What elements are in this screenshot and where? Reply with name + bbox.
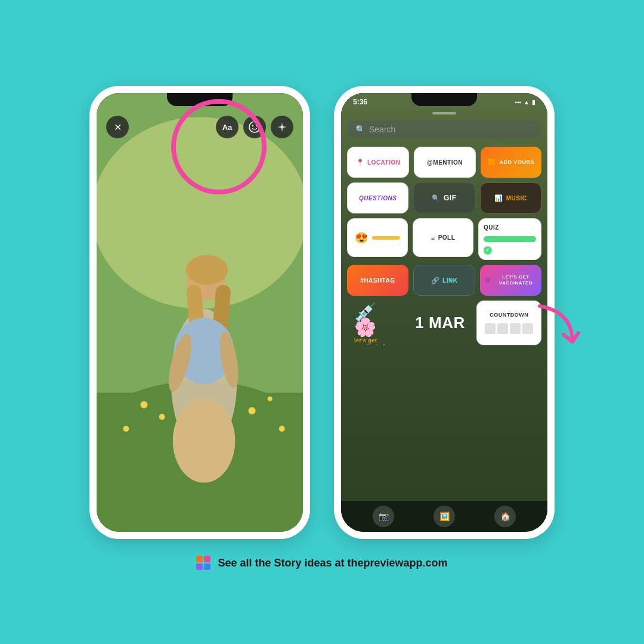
sticker-row-5: 💉 🌸 let's get vaccinated 1 MAR COUNTDOWN	[347, 301, 541, 345]
sticker-quiz[interactable]: QUIZ ✓	[478, 218, 541, 260]
svg-point-19	[249, 122, 260, 132]
poll-label: POLL	[438, 234, 456, 241]
sticker-link[interactable]: 🔗 LINK	[413, 265, 476, 296]
location-icon: 📍	[356, 159, 365, 166]
left-phone-screen: 5:36 ▪▪▪ ▲ ▮ ✕ Aa	[97, 93, 303, 532]
photo-icon[interactable]: 🖼️	[434, 506, 455, 527]
sparkle-icon	[276, 121, 288, 133]
right-notch	[411, 93, 477, 106]
svg-point-12	[173, 399, 236, 483]
countdown-bar-4	[522, 323, 533, 334]
right-wifi-icon: ▲	[524, 99, 530, 106]
vaccinated-icon: 💜	[484, 277, 491, 283]
svg-text:🌸: 🌸	[354, 317, 377, 338]
vaccinated-label: LET'S GET VACCINATED	[494, 274, 538, 286]
addyours-label: ADD YOURS	[500, 159, 534, 165]
sticker-icon	[249, 121, 261, 133]
svg-point-16	[268, 397, 273, 401]
right-status-time: 5:36	[353, 98, 367, 106]
text-button[interactable]: Aa	[216, 116, 239, 138]
svg-point-14	[159, 414, 165, 420]
quiz-label: QUIZ	[484, 224, 499, 231]
svg-point-6	[186, 255, 228, 284]
countdown-bar-2	[497, 323, 508, 334]
sticker-button[interactable]	[243, 116, 266, 138]
countdown-label: COUNTDOWN	[490, 312, 528, 318]
right-phone: 5:36 ▪▪▪ ▲ ▮ 🔍 Search	[334, 86, 555, 539]
poll-icon: ≡	[431, 234, 435, 242]
svg-point-17	[123, 426, 129, 432]
mention-label: @MENTION	[427, 159, 463, 166]
hashtag-label: #HASHTAG	[360, 277, 395, 284]
phones-container: 5:36 ▪▪▪ ▲ ▮ ✕ Aa	[89, 86, 555, 539]
letsget-svg: 💉 🌸 let's get vaccinated	[351, 301, 399, 345]
right-battery-icon: ▮	[532, 99, 535, 106]
svg-text:let's get: let's get	[354, 338, 377, 343]
stayhome-icon[interactable]: 🏠	[494, 506, 516, 527]
music-bars-icon: 📊	[494, 194, 503, 202]
sticker-emoji-slider[interactable]: 😍	[347, 218, 408, 257]
sticker-poll[interactable]: ≡ POLL	[413, 218, 473, 257]
search-icon: 🔍	[355, 125, 366, 134]
search-placeholder: Search	[369, 125, 395, 134]
sticker-mention[interactable]: @MENTION	[414, 147, 476, 178]
svg-point-18	[279, 426, 285, 432]
right-controls: Aa	[216, 116, 293, 138]
sticker-date[interactable]: 1 MAR	[408, 301, 472, 345]
svg-text:vaccinated: vaccinated	[354, 343, 385, 345]
top-controls: ✕ Aa	[97, 116, 303, 138]
quiz-check-circle: ✓	[484, 246, 492, 255]
svg-point-15	[248, 407, 255, 414]
countdown-bar-3	[510, 323, 521, 334]
footer: See all the Story ideas at thepreviewapp…	[196, 556, 447, 570]
checkmark-icon: ✓	[485, 247, 490, 253]
sticker-row-1: 📍 LOCATION @MENTION 🟧 ADD YOURS	[347, 147, 541, 178]
sticker-vaccinated[interactable]: 💜 LET'S GET VACCINATED	[480, 265, 541, 296]
meadow-svg	[97, 93, 303, 532]
close-button[interactable]: ✕	[106, 116, 129, 138]
svg-point-13	[140, 401, 147, 408]
questions-label: QUESTIONS	[359, 195, 397, 202]
svg-point-21	[256, 125, 257, 126]
quiz-check: ✓	[484, 246, 492, 255]
right-screen-content: 5:36 ▪▪▪ ▲ ▮ 🔍 Search	[341, 93, 547, 532]
footer-text: See all the Story ideas at thepreviewapp…	[218, 557, 447, 569]
sticker-row-2: QUESTIONS 🔍 GIF 📊 MUSIC	[347, 182, 541, 213]
emoji-thumb: 😍	[355, 231, 369, 244]
footer-app-icon	[196, 556, 210, 570]
link-icon: 🔗	[431, 277, 440, 284]
date-label: 1 MAR	[415, 314, 465, 332]
photo-background	[97, 93, 303, 532]
sticker-row-3: 😍 ≡ POLL QUIZ	[347, 218, 541, 260]
sticker-letsget[interactable]: 💉 🌸 let's get vaccinated	[347, 301, 404, 345]
slider-track	[372, 236, 401, 240]
notch	[167, 93, 233, 106]
right-signal-icon: ▪▪▪	[515, 99, 521, 106]
emoji-bar: 😍	[351, 231, 404, 244]
sticker-gif[interactable]: 🔍 GIF	[413, 182, 475, 213]
gif-search-icon: 🔍	[432, 194, 441, 202]
sticker-addyours[interactable]: 🟧 ADD YOURS	[481, 147, 541, 178]
search-bar[interactable]: 🔍 Search	[348, 120, 540, 138]
left-phone: 5:36 ▪▪▪ ▲ ▮ ✕ Aa	[89, 86, 310, 539]
right-phone-screen: 5:36 ▪▪▪ ▲ ▮ 🔍 Search	[341, 93, 547, 532]
sticker-hashtag[interactable]: #HASHTAG	[347, 265, 408, 296]
sticker-grid: 📍 LOCATION @MENTION 🟧 ADD YOURS	[341, 143, 547, 501]
addyours-icon: 🟧	[488, 159, 497, 166]
gif-label: GIF	[444, 194, 457, 202]
sticker-questions[interactable]: QUESTIONS	[347, 182, 408, 213]
pull-tab	[432, 112, 456, 114]
svg-point-20	[252, 125, 253, 126]
link-label: LINK	[442, 277, 457, 284]
countdown-bars	[485, 323, 533, 334]
right-status-icons: ▪▪▪ ▲ ▮	[515, 99, 535, 106]
sticker-countdown[interactable]: COUNTDOWN	[476, 301, 541, 345]
countdown-bar-1	[485, 323, 496, 334]
bottom-strip: 📷 🖼️ 🏠	[341, 501, 547, 532]
sticker-music[interactable]: 📊 MUSIC	[480, 182, 541, 213]
quiz-answer-bar	[484, 236, 536, 242]
sticker-location[interactable]: 📍 LOCATION	[347, 147, 409, 178]
sticker-row-4: #HASHTAG 🔗 LINK 💜 LET'S GET VACCINATED	[347, 265, 541, 296]
effects-button[interactable]	[271, 116, 293, 138]
camera-icon[interactable]: 📷	[373, 506, 394, 527]
